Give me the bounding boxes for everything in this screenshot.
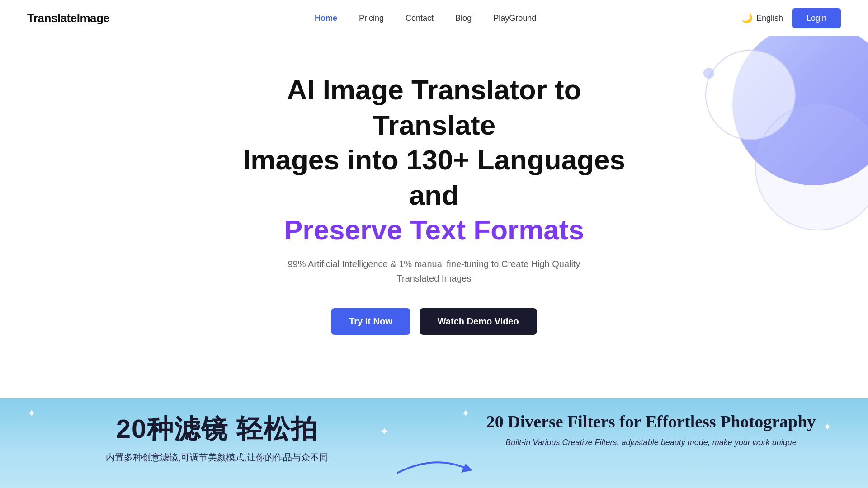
- sparkle-icon-3: ✦: [461, 407, 470, 420]
- demo-after-subtitle: Built-in Various Creative Filters, adjus…: [505, 436, 797, 449]
- hero-decoration: [705, 36, 868, 212]
- hero-title: AI Image Translator to Translate Images …: [231, 72, 637, 248]
- demo-before-panel: ✦ ✦ 20种滤镜 轻松拍 内置多种创意滤镜,可调节美颜模式,让你的作品与众不同…: [0, 398, 434, 488]
- sidebar-item-pricing[interactable]: Pricing: [359, 14, 384, 23]
- hero-buttons: Try it Now Watch Demo Video: [27, 308, 841, 335]
- decoration-circle-outline: [755, 104, 868, 230]
- demo-before-subtitle: 内置多种创意滤镜,可调节美颜模式,让你的作品与众不同: [106, 451, 328, 464]
- try-now-button[interactable]: Try it Now: [331, 308, 410, 335]
- moon-icon: 🌙: [741, 13, 753, 23]
- brand-logo[interactable]: TranslateImage: [27, 11, 109, 25]
- hero-title-line2: Images into 130+ Languages and: [243, 144, 625, 211]
- hero-subtitle: 99% Artificial Intelligence & 1% manual …: [276, 257, 592, 286]
- language-selector[interactable]: 🌙 English: [741, 13, 783, 23]
- sparkle-icon-2: ✦: [380, 425, 389, 438]
- decoration-circle-medium: [705, 50, 796, 140]
- nav-home-link[interactable]: Home: [315, 14, 337, 23]
- navbar: TranslateImage Home Pricing Contact Blog…: [0, 0, 868, 36]
- watch-demo-button[interactable]: Watch Demo Video: [420, 308, 537, 335]
- nav-playground-link[interactable]: PlayGround: [493, 14, 536, 23]
- demo-after-panel: ✦ ✦ 20 Diverse Filters for Effortless Ph…: [434, 398, 868, 488]
- nav-blog-link[interactable]: Blog: [455, 14, 472, 23]
- demo-before-title: 20种滤镜 轻松拍: [116, 412, 318, 447]
- language-label: English: [756, 14, 783, 23]
- nav-links: Home Pricing Contact Blog PlayGround: [315, 14, 536, 23]
- nav-contact-link[interactable]: Contact: [406, 14, 434, 23]
- sidebar-item-playground[interactable]: PlayGround: [493, 14, 536, 23]
- decoration-circle-large: [732, 36, 868, 185]
- sidebar-item-home[interactable]: Home: [315, 14, 337, 23]
- login-button[interactable]: Login: [792, 8, 841, 28]
- hero-title-line1: AI Image Translator to Translate: [287, 74, 581, 141]
- sparkle-icon-1: ✦: [27, 407, 36, 420]
- sidebar-item-blog[interactable]: Blog: [455, 14, 472, 23]
- decoration-circle-small: [703, 68, 714, 79]
- demo-arrow: [393, 455, 475, 482]
- sparkle-icon-4: ✦: [823, 421, 832, 433]
- svg-marker-0: [461, 464, 472, 473]
- hero-section: AI Image Translator to Translate Images …: [0, 36, 868, 398]
- nav-pricing-link[interactable]: Pricing: [359, 14, 384, 23]
- arrow-svg: [393, 455, 475, 482]
- navbar-right: 🌙 English Login: [741, 8, 841, 28]
- demo-after-title: 20 Diverse Filters for Effortless Photog…: [486, 412, 816, 432]
- demo-section: ✦ ✦ 20种滤镜 轻松拍 内置多种创意滤镜,可调节美颜模式,让你的作品与众不同…: [0, 398, 868, 488]
- hero-title-highlight: Preserve Text Formats: [284, 214, 584, 245]
- sidebar-item-contact[interactable]: Contact: [406, 14, 434, 23]
